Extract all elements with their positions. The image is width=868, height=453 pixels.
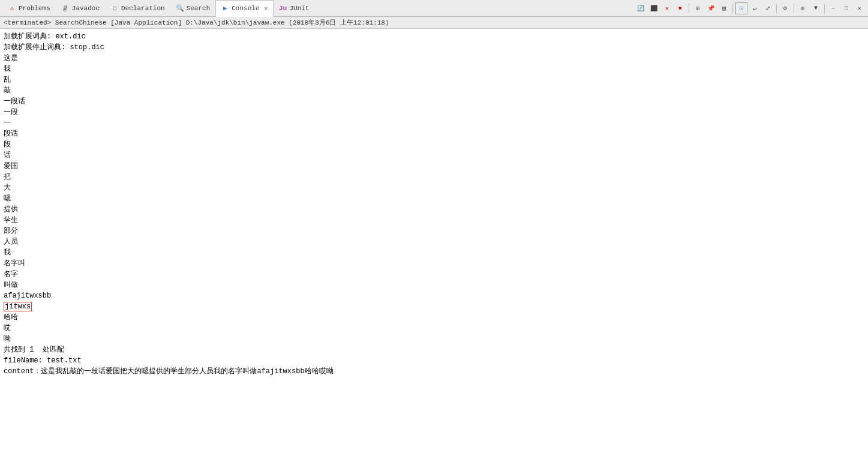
console-line-line12: 话 (4, 150, 864, 161)
console-line-line7: 一段话 (4, 96, 864, 107)
console-line-line23: 名字 (4, 269, 864, 280)
tab-junit-label: JUnit (290, 5, 310, 12)
highlighted-token: jitwxs (4, 302, 32, 311)
scroll-lock-button[interactable]: ⊡ (735, 2, 747, 14)
console-line-line20: 人员 (4, 236, 864, 247)
tab-javadoc-label: Javadoc (72, 5, 100, 12)
console-line-line27: 哈哈 (4, 312, 864, 323)
console-line-line1: 加载扩展词典: ext.dic (4, 31, 864, 42)
close-button[interactable]: ✕ (854, 2, 866, 14)
javadoc-icon: @ (61, 4, 70, 13)
search-tab-icon: 🔍 (176, 4, 184, 13)
tab-search-label: Search (187, 5, 211, 12)
console-line-line3: 这是 (4, 53, 864, 64)
terminate-button[interactable]: ✕ (661, 2, 673, 14)
remove-all-terminated-button[interactable]: ✖ (674, 2, 686, 14)
tab-console[interactable]: ▶ Console ✕ (215, 0, 273, 17)
display-selected-button[interactable]: ▤ (718, 2, 730, 14)
console-close-icon[interactable]: ✕ (264, 5, 268, 12)
tab-junit[interactable]: Ju JUnit (274, 0, 315, 17)
tab-declaration[interactable]: ◻ Declaration (105, 0, 170, 17)
console-line-line17: 提供 (4, 204, 864, 215)
pin-console-button[interactable]: 📌 (705, 2, 717, 14)
console-line-line29: 呦 (4, 334, 864, 344)
console-line-line10: 段话 (4, 128, 864, 139)
console-line-line14: 把 (4, 172, 864, 182)
console-line-line21: 我 (4, 247, 864, 258)
console-area[interactable]: 加载扩展词典: ext.dic加载扩展停止词典: stop.dic这是我乱敲一段… (0, 29, 868, 453)
problems-icon: ⚠ (8, 4, 16, 13)
open-console-button[interactable]: ⤢ (762, 2, 774, 14)
console-line-line16: 嗯 (4, 193, 864, 204)
tab-problems[interactable]: ⚠ Problems (2, 0, 56, 17)
console-line-line8: 一段 (4, 107, 864, 118)
console-line-line19: 部分 (4, 226, 864, 236)
new-button[interactable]: ⊕ (797, 2, 809, 14)
preferences-button[interactable]: ⚙ (779, 2, 791, 14)
tab-javadoc[interactable]: @ Javadoc (56, 0, 105, 17)
console-line-line24: 叫做 (4, 280, 864, 290)
console-icon: ▶ (221, 4, 229, 13)
maximize-button[interactable]: □ (840, 2, 852, 14)
console-line-line6: 敲 (4, 85, 864, 96)
console-line-line31: fileName: test.txt (4, 355, 864, 366)
new-console-button[interactable]: ⊞ (692, 2, 704, 14)
toolbar-right: 🔄 ⬛ ✕ ✖ ⊞ 📌 ▤ ⊡ ↵ ⤢ ⚙ ⊕ ▼ — □ ✕ (635, 2, 866, 14)
console-line-line9: 一 (4, 118, 864, 128)
status-text: <terminated> SearchChinese [Java Applica… (4, 18, 389, 27)
console-line-line4: 我 (4, 64, 864, 74)
toolbar-separator-4 (794, 4, 794, 13)
console-line-line13: 爱国 (4, 161, 864, 172)
console-line-line15: 大 (4, 182, 864, 193)
stop-button[interactable]: ⬛ (648, 2, 660, 14)
tab-bar: ⚠ Problems @ Javadoc ◻ Declaration 🔍 Sea… (0, 0, 868, 17)
console-line-line26: jitwxs (4, 301, 864, 312)
console-line-line22: 名字叫 (4, 258, 864, 269)
tab-declaration-label: Declaration (121, 5, 165, 12)
console-line-line2: 加载扩展停止词典: stop.dic (4, 42, 864, 53)
toolbar-separator-1 (689, 4, 689, 13)
tab-problems-label: Problems (19, 5, 50, 12)
console-line-line32: content：这是我乱敲的一段话爱国把大的嗯提供的学生部分人员我的名字叫做af… (4, 366, 864, 377)
console-line-line25: afajitwxsbb (4, 290, 864, 301)
minimize-button[interactable]: — (827, 2, 839, 14)
word-wrap-button[interactable]: ↵ (749, 2, 761, 14)
console-line-line30: 共找到 1 处匹配 (4, 344, 864, 355)
view-menu-button[interactable]: ▼ (810, 2, 822, 14)
console-line-line11: 段 (4, 139, 864, 150)
junit-icon: Ju (279, 4, 287, 13)
toolbar-separator-2 (732, 4, 733, 13)
status-bar: <terminated> SearchChinese [Java Applica… (0, 17, 868, 29)
console-line-line28: 哎 (4, 323, 864, 334)
console-line-line18: 学生 (4, 215, 864, 226)
tab-console-label: Console (232, 5, 259, 12)
declaration-icon: ◻ (110, 4, 119, 13)
toolbar-separator-3 (776, 4, 777, 13)
sync-button[interactable]: 🔄 (635, 2, 647, 14)
tab-search[interactable]: 🔍 Search (170, 0, 216, 17)
console-line-line5: 乱 (4, 74, 864, 85)
toolbar-separator-5 (824, 4, 825, 13)
console-lines: 加载扩展词典: ext.dic加载扩展停止词典: stop.dic这是我乱敲一段… (4, 31, 864, 377)
